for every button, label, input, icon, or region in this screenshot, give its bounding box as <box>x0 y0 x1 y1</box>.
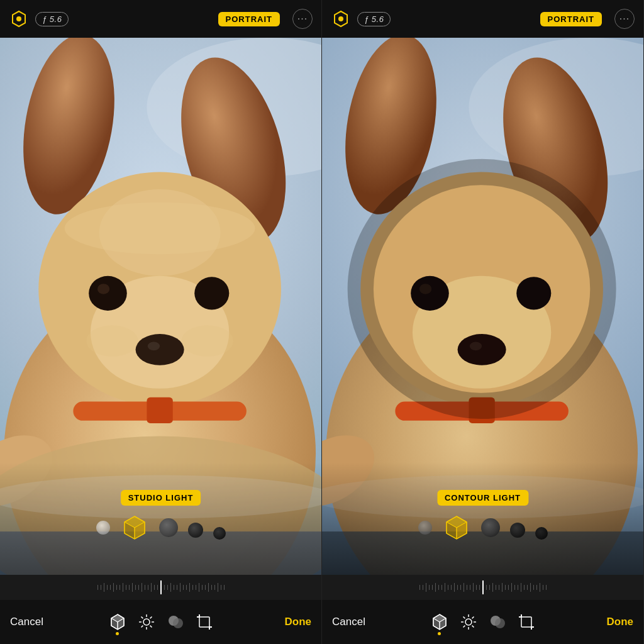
svg-point-10 <box>148 341 160 350</box>
cancel-button-left[interactable]: Cancel <box>10 616 86 628</box>
light-orb-2-left[interactable] <box>159 518 178 537</box>
done-button-right[interactable]: Done <box>558 616 633 628</box>
svg-point-50 <box>338 16 343 21</box>
svg-line-40 <box>150 617 152 619</box>
hex-icon-left[interactable] <box>9 9 29 29</box>
cube-tool-right[interactable] <box>431 613 448 631</box>
toolbar-left: Cancel <box>0 600 321 644</box>
svg-rect-44 <box>199 617 209 627</box>
light-orb-3-left[interactable] <box>188 523 203 538</box>
light-orb-1-left[interactable] <box>96 521 110 535</box>
svg-line-38 <box>141 617 143 619</box>
more-button-right[interactable]: ··· <box>614 9 635 29</box>
svg-line-86 <box>463 626 465 628</box>
svg-point-9 <box>136 334 184 365</box>
svg-line-83 <box>463 617 465 619</box>
light-orb-2-right[interactable] <box>481 518 500 537</box>
light-orb-3-right[interactable] <box>510 523 525 538</box>
aperture-badge-right[interactable]: ƒ 5.6 <box>357 12 391 26</box>
svg-point-18 <box>86 325 138 357</box>
svg-point-33 <box>143 619 150 625</box>
aperture-badge-left[interactable]: ƒ 5.6 <box>35 12 69 26</box>
light-label-left: STUDIO LIGHT <box>121 490 201 506</box>
svg-point-20 <box>99 189 221 276</box>
left-header: ƒ 5.6 PORTRAIT ··· <box>0 0 321 38</box>
cube-tool-left[interactable] <box>109 613 126 631</box>
crop-tool-right[interactable] <box>518 613 535 631</box>
right-header: ƒ 5.6 PORTRAIT ··· <box>322 0 643 38</box>
crop-tool-left[interactable] <box>196 613 213 631</box>
svg-point-43 <box>173 618 183 628</box>
svg-line-84 <box>472 626 474 628</box>
photo-area-right: CONTOUR LIGHT <box>322 38 643 575</box>
adjust-tool-left[interactable] <box>138 613 155 631</box>
more-button-left[interactable]: ··· <box>292 9 313 29</box>
photo-area-left: STUDIO LIGHT <box>0 38 321 575</box>
svg-point-78 <box>465 619 472 625</box>
svg-rect-89 <box>521 617 531 627</box>
svg-line-39 <box>150 626 152 628</box>
svg-point-66 <box>360 172 603 406</box>
light-selector-left <box>0 506 321 550</box>
light-selector-right <box>322 506 643 550</box>
left-panel: ƒ 5.6 PORTRAIT ··· <box>0 0 322 644</box>
done-button-left[interactable]: Done <box>236 616 311 628</box>
svg-point-19 <box>182 325 234 357</box>
color-tool-right[interactable] <box>489 613 506 631</box>
scrubber-left[interactable] <box>0 575 321 600</box>
svg-point-88 <box>495 618 505 628</box>
right-panel: ƒ 5.6 PORTRAIT ··· <box>322 0 644 644</box>
color-tool-left[interactable] <box>167 613 184 631</box>
svg-point-13 <box>194 277 229 309</box>
svg-rect-15 <box>147 397 172 423</box>
svg-point-11 <box>89 276 127 311</box>
portrait-badge-left[interactable]: PORTRAIT <box>218 12 280 26</box>
cube-icon-right[interactable] <box>442 513 471 542</box>
cancel-button-right[interactable]: Cancel <box>332 616 408 628</box>
portrait-badge-right[interactable]: PORTRAIT <box>540 12 602 26</box>
light-label-right: CONTOUR LIGHT <box>437 490 528 506</box>
light-orb-4-left[interactable] <box>213 527 226 540</box>
toolbar-icons-right <box>408 613 558 631</box>
light-orb-4-right[interactable] <box>535 527 548 540</box>
toolbar-right: Cancel <box>322 600 643 644</box>
light-orb-1-right[interactable] <box>418 521 432 535</box>
hex-icon-right[interactable] <box>331 9 351 29</box>
svg-point-12 <box>97 284 109 294</box>
scrubber-right[interactable] <box>322 575 643 600</box>
svg-line-41 <box>141 626 143 628</box>
adjust-tool-right[interactable] <box>460 613 477 631</box>
svg-line-85 <box>472 617 474 619</box>
cube-icon-left[interactable] <box>120 513 149 542</box>
svg-point-1 <box>16 16 21 21</box>
toolbar-icons-left <box>86 613 236 631</box>
